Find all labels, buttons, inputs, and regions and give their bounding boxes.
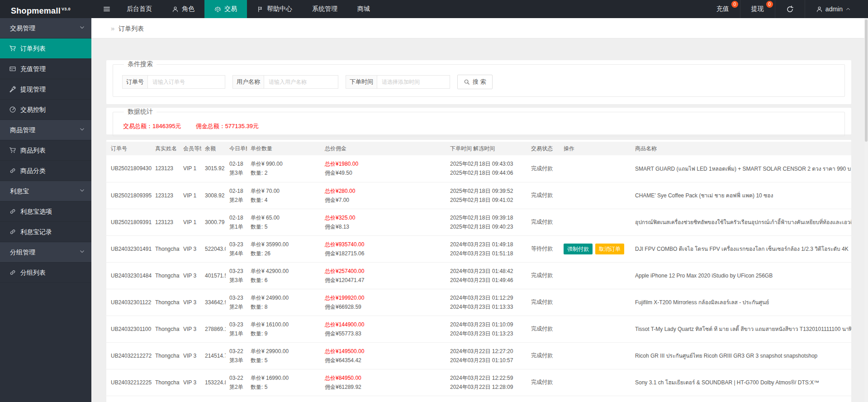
header-product: 商品名称 <box>627 142 851 155</box>
force-pay-button[interactable]: 强制付款 <box>564 244 593 254</box>
cell-times: 2024年03月23日 01:49:18 2024年03月23日 01:51:1… <box>444 235 523 262</box>
scrollbar-thumb[interactable] <box>865 19 868 142</box>
sidebar-group-group-mgmt[interactable]: 分组管理 <box>0 242 91 263</box>
cell-times: 2024年03月22日 12:27:20 2024年03月23日 01:10:5… <box>444 342 523 369</box>
cell-product: SMART GUARD (แถมไฟ LED 1หลอดเพิ่ม) + SMA… <box>627 155 851 182</box>
cell-day-orders: 03-22 <box>226 396 247 402</box>
cell-status: 完成付款 <box>523 342 559 369</box>
sidebar-item-goods-category[interactable]: 商品分类 <box>0 161 91 181</box>
breadcrumb-icon: » <box>111 24 114 32</box>
order-seq: 第1单 <box>229 329 243 338</box>
sidebar-item-label: 交易控制 <box>20 106 46 113</box>
cell-product: DJI FPV COMBO ดีเจไอ โดรน FPV เครื่องแรก… <box>627 235 851 262</box>
cell-total-commission: 总价¥257400.00 佣金¥120471.47 <box>292 262 444 289</box>
search-button[interactable]: 搜 索 <box>457 75 493 89</box>
chevron-down-icon <box>79 24 85 30</box>
sidebar-item-order-list[interactable]: 订单列表 <box>0 38 91 59</box>
cell-real-name: 123123 <box>152 209 180 235</box>
sidebar-item-group-list[interactable]: 分组列表 <box>0 263 91 283</box>
unfreeze-time: 2024年03月23日 01:49:46 <box>450 276 519 285</box>
cell-status: 完成付款 <box>523 182 559 209</box>
page-scrollbar[interactable] <box>864 18 868 402</box>
cell-level: VIP 3 <box>180 369 201 396</box>
total-price: 总价¥144900.00 <box>325 320 440 329</box>
cell-balance: 3000.79 <box>201 209 226 235</box>
header-status: 交易状态 <box>523 142 559 155</box>
gauge-icon <box>9 106 16 113</box>
cell-real-name <box>152 396 180 402</box>
sidebar-item-label: 充值管理 <box>20 65 46 72</box>
sidebar-group-lixibao[interactable]: 利息宝 <box>0 181 91 201</box>
cell-actions <box>559 209 627 235</box>
user-icon <box>816 6 823 13</box>
cell-order-no: UB2502180939181911 <box>106 209 152 235</box>
nav-item-mall[interactable]: 商城 <box>347 0 380 18</box>
nav-item-roles[interactable]: 角色 <box>162 0 204 18</box>
order-date: 03-22 <box>229 347 243 356</box>
commission: 佣金¥64354.42 <box>325 356 440 365</box>
cell-actions <box>559 316 627 342</box>
commission: 佣金¥55773.83 <box>325 329 440 338</box>
chevron-down-icon <box>79 187 85 193</box>
order-time-label: 下单时间 <box>346 75 377 89</box>
unit-price: 单价¥ 24990.00 <box>251 293 289 302</box>
cell-price-qty: 单价¥ 10200.00 <box>247 396 292 402</box>
cell-balance: 401571.56 <box>201 262 226 289</box>
cell-level <box>180 396 201 402</box>
cell-product: Sony 3.1 ch โฮมเธียเตอร์ & SOUNDBAR | HT… <box>627 369 851 396</box>
cell-times: 2025年02月18日 09:43:03 2025年02月18日 09:44:0… <box>444 155 523 182</box>
sidebar-item-trade-control[interactable]: 交易控制 <box>0 100 91 120</box>
order-time-group: 下单时间 <box>346 75 450 89</box>
nav-item-trade[interactable]: 交易 <box>204 0 247 18</box>
cancel-order-button[interactable]: 取消订单 <box>595 244 624 254</box>
unit-price: 单价¥ 29900.00 <box>251 347 289 356</box>
total-price: 总价¥280.00 <box>325 187 440 196</box>
nav-item-help[interactable]: 帮助中心 <box>247 0 302 18</box>
order-no-input[interactable] <box>147 75 225 89</box>
cell-day-orders: 03-23 第1单 <box>226 316 247 342</box>
cell-balance: 3015.92 <box>201 155 226 182</box>
hamburger-button[interactable] <box>97 0 117 18</box>
header-order-no: 订单号 <box>106 142 152 155</box>
sidebar-group-label: 利息宝 <box>10 187 29 195</box>
sidebar-group-trade-mgmt[interactable]: 交易管理 <box>0 18 91 38</box>
search-fieldset: 条件搜索 订单号 用户名称 下单时间 <box>113 60 845 97</box>
search-form: 订单号 用户名称 下单时间 搜 索 <box>122 75 839 89</box>
cell-level: VIP 3 <box>180 235 201 262</box>
table-row: UB2502180939181911 123123 VIP 1 3000.79 … <box>106 209 851 235</box>
nav-item-system[interactable]: 系统管理 <box>302 0 347 18</box>
withdraw-menu[interactable]: 提现 0 <box>740 0 775 18</box>
unit-price: 单价¥ 70.00 <box>251 187 289 196</box>
sidebar-item-goods-list[interactable]: 商品列表 <box>0 140 91 161</box>
unfreeze-time: 2025年02月18日 09:40:23 <box>450 222 519 231</box>
sidebar-item-lixibao-options[interactable]: 利息宝选项 <box>0 201 91 222</box>
quantity: 数量: 9 <box>251 329 289 338</box>
cell-actions <box>559 342 627 369</box>
sidebar-group-goods-mgmt[interactable]: 商品管理 <box>0 120 91 140</box>
cell-balance: 278869.14 <box>201 316 226 342</box>
commission: 佣金¥120471.47 <box>325 276 440 285</box>
sidebar-item-withdraw-mgmt[interactable]: 提现管理 <box>0 79 91 100</box>
sidebar-group-label: 分组管理 <box>10 249 35 256</box>
trade-total: 交易总额：1846395元 <box>123 123 181 129</box>
nav-item-home[interactable]: 后台首页 <box>117 0 162 18</box>
order-date: 03-22 <box>229 373 243 383</box>
user-menu[interactable]: admin <box>805 0 862 18</box>
order-date: 03-23 <box>229 293 243 302</box>
search-button-label: 搜 索 <box>473 78 486 86</box>
sidebar-item-lixibao-records[interactable]: 利息宝记录 <box>0 222 91 242</box>
cell-status: 完成付款 <box>523 289 559 316</box>
username-input[interactable] <box>264 75 338 89</box>
nav-item-label: 角色 <box>182 5 194 13</box>
cell-real-name: 123123 <box>152 155 180 182</box>
refresh-button[interactable] <box>775 0 805 18</box>
username-label: 用户名称 <box>232 75 264 89</box>
cell-price-qty: 单价¥ 65.00 数量: 5 <box>247 209 292 235</box>
recharge-menu[interactable]: 充值 0 <box>706 0 740 18</box>
cell-actions <box>559 289 627 316</box>
cart-icon <box>9 45 16 52</box>
sidebar-item-recharge-mgmt[interactable]: 充值管理 <box>0 59 91 79</box>
link-icon <box>9 208 16 215</box>
order-time-input[interactable] <box>377 75 450 89</box>
order-seq: 第2单 <box>229 383 243 392</box>
